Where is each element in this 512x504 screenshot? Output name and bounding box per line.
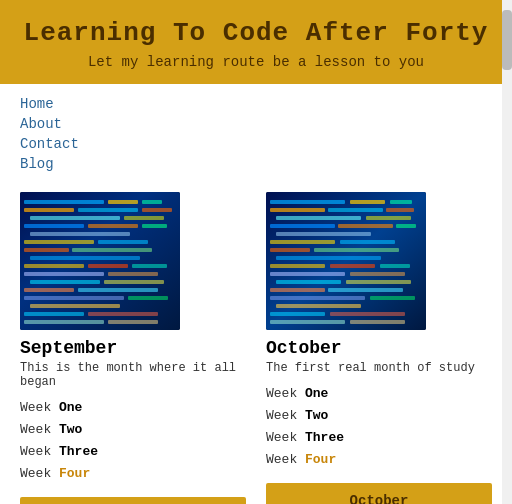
main-content: September This is the month where it all…: [0, 182, 512, 504]
svg-rect-36: [350, 200, 385, 204]
september-weeks: Week One Week Two Week Three Week Four: [20, 397, 246, 485]
svg-rect-56: [350, 272, 405, 276]
svg-rect-59: [270, 288, 325, 292]
svg-rect-43: [270, 224, 335, 228]
sep-week-one[interactable]: Week One: [20, 397, 246, 419]
site-subtitle: Let my learning route be a lesson to you: [20, 54, 492, 70]
nav-blog[interactable]: Blog: [20, 156, 492, 172]
nav-about[interactable]: About: [20, 116, 492, 132]
september-button[interactable]: September: [20, 497, 246, 504]
svg-rect-15: [24, 248, 69, 252]
svg-rect-34: [266, 192, 426, 330]
svg-rect-37: [390, 200, 412, 204]
svg-rect-53: [330, 264, 375, 268]
svg-rect-26: [78, 288, 158, 292]
oct-week-one[interactable]: Week One: [266, 383, 492, 405]
svg-rect-61: [270, 296, 365, 300]
svg-rect-3: [142, 200, 162, 204]
svg-rect-0: [20, 192, 180, 330]
svg-rect-28: [128, 296, 168, 300]
nav-contact[interactable]: Contact: [20, 136, 492, 152]
sep-week-two[interactable]: Week Two: [20, 419, 246, 441]
scrollbar[interactable]: [502, 0, 512, 504]
nav-home[interactable]: Home: [20, 96, 492, 112]
main-nav: Home About Contact Blog: [0, 84, 512, 182]
svg-rect-51: [276, 256, 381, 260]
svg-rect-38: [270, 208, 325, 212]
svg-rect-29: [30, 304, 120, 308]
oct-week-three[interactable]: Week Three: [266, 427, 492, 449]
svg-rect-19: [88, 264, 128, 268]
svg-rect-16: [72, 248, 152, 252]
october-image: [266, 192, 426, 330]
svg-rect-58: [346, 280, 411, 284]
scrollbar-thumb[interactable]: [502, 10, 512, 70]
svg-rect-23: [30, 280, 100, 284]
svg-rect-48: [340, 240, 395, 244]
october-card: October The first real month of study We…: [266, 192, 492, 504]
svg-rect-60: [328, 288, 403, 292]
sep-week-four[interactable]: Week Four: [20, 463, 246, 485]
oct-week-four[interactable]: Week Four: [266, 449, 492, 471]
svg-rect-46: [276, 232, 371, 236]
svg-rect-11: [142, 224, 167, 228]
svg-rect-65: [330, 312, 405, 316]
october-weeks: Week One Week Two Week Three Week Four: [266, 383, 492, 471]
svg-rect-33: [108, 320, 158, 324]
svg-rect-62: [370, 296, 415, 300]
september-card: September This is the month where it all…: [20, 192, 246, 504]
svg-rect-18: [24, 264, 84, 268]
svg-rect-30: [24, 312, 84, 316]
svg-rect-41: [276, 216, 361, 220]
september-image: [20, 192, 180, 330]
svg-rect-31: [88, 312, 158, 316]
svg-rect-17: [30, 256, 140, 260]
svg-rect-20: [132, 264, 167, 268]
svg-rect-55: [270, 272, 345, 276]
september-title: September: [20, 338, 246, 358]
svg-rect-64: [270, 312, 325, 316]
svg-rect-54: [380, 264, 410, 268]
svg-rect-32: [24, 320, 104, 324]
svg-rect-22: [108, 272, 158, 276]
svg-rect-2: [108, 200, 138, 204]
svg-rect-67: [350, 320, 405, 324]
svg-rect-24: [104, 280, 164, 284]
svg-rect-52: [270, 264, 325, 268]
svg-rect-63: [276, 304, 361, 308]
october-button[interactable]: October: [266, 483, 492, 504]
svg-rect-5: [78, 208, 138, 212]
site-header: Learning To Code After Forty Let my lear…: [0, 0, 512, 84]
svg-rect-49: [270, 248, 310, 252]
svg-rect-42: [366, 216, 411, 220]
svg-rect-4: [24, 208, 74, 212]
svg-rect-47: [270, 240, 335, 244]
svg-rect-40: [386, 208, 414, 212]
oct-week-two[interactable]: Week Two: [266, 405, 492, 427]
svg-rect-8: [124, 216, 164, 220]
svg-rect-45: [396, 224, 416, 228]
october-title: October: [266, 338, 492, 358]
svg-rect-13: [24, 240, 94, 244]
svg-rect-27: [24, 296, 124, 300]
svg-rect-44: [338, 224, 393, 228]
site-title: Learning To Code After Forty: [20, 18, 492, 48]
svg-rect-1: [24, 200, 104, 204]
svg-rect-12: [30, 232, 130, 236]
svg-rect-14: [98, 240, 148, 244]
sep-week-three[interactable]: Week Three: [20, 441, 246, 463]
svg-rect-9: [24, 224, 84, 228]
svg-rect-35: [270, 200, 345, 204]
svg-rect-21: [24, 272, 104, 276]
svg-rect-6: [142, 208, 172, 212]
september-desc: This is the month where it all began: [20, 361, 246, 389]
svg-rect-57: [276, 280, 341, 284]
svg-rect-39: [328, 208, 383, 212]
svg-rect-50: [314, 248, 399, 252]
svg-rect-7: [30, 216, 120, 220]
svg-rect-25: [24, 288, 74, 292]
october-desc: The first real month of study: [266, 361, 492, 375]
svg-rect-66: [270, 320, 345, 324]
svg-rect-10: [88, 224, 138, 228]
